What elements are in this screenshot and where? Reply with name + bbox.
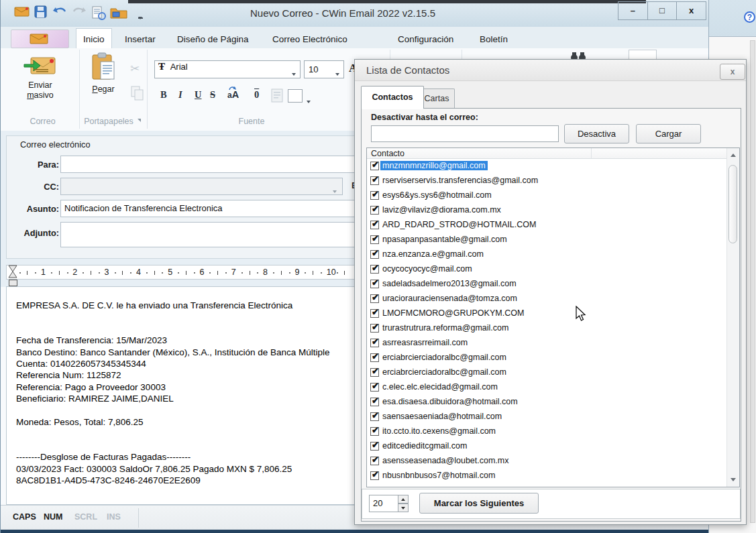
scrollbar-thumb[interactable] bbox=[728, 165, 737, 243]
format-doc-icon[interactable] bbox=[271, 88, 286, 103]
contact-email[interactable]: esys6&ys.sys6@hotmail.com bbox=[382, 190, 492, 200]
ribbon-tab-diseño-de-página[interactable]: Diseño de Página bbox=[177, 34, 249, 44]
change-case-icon[interactable]: aA bbox=[227, 89, 239, 100]
contact-checkbox[interactable]: ✔ bbox=[370, 324, 379, 333]
contact-checkbox[interactable]: ✔ bbox=[370, 162, 379, 170]
dialog-launcher-icon[interactable] bbox=[138, 119, 141, 122]
contact-checkbox[interactable]: ✔ bbox=[370, 412, 379, 421]
help-icon[interactable]: ? bbox=[744, 11, 755, 23]
list-header[interactable]: Contacto bbox=[367, 148, 739, 159]
contact-email[interactable]: erciabrcierciadoralbc@gmail.com bbox=[382, 353, 506, 362]
contact-row[interactable]: ✔erciabrcierciadoralbc@gmail.com bbox=[367, 366, 726, 381]
ribbon-tab-inicio[interactable]: Inicio bbox=[83, 34, 105, 44]
paste-button[interactable]: Pegar bbox=[84, 52, 123, 95]
cargar-button[interactable]: Cargar bbox=[636, 124, 701, 143]
contact-row[interactable]: ✔mnzmnmnzrillo@gmail.com bbox=[367, 160, 726, 174]
underline-icon[interactable]: U bbox=[195, 89, 201, 101]
ribbon-tab-insertar[interactable]: Insertar bbox=[125, 34, 156, 44]
contact-checkbox[interactable]: ✔ bbox=[370, 339, 379, 347]
border-dropdown-icon[interactable] bbox=[307, 94, 311, 106]
tab-cartas[interactable]: Cartas bbox=[419, 88, 455, 109]
contact-row[interactable]: ✔c.elec.elc.elecidad@gmail.com bbox=[367, 381, 726, 396]
ribbon-tab-boletín[interactable]: Boletín bbox=[480, 34, 508, 44]
contact-email[interactable]: editcedieditcgmail.com bbox=[382, 441, 467, 451]
bold-icon[interactable]: B bbox=[160, 89, 167, 101]
contact-email[interactable]: saensaesaeniada@hotmail.com bbox=[382, 412, 502, 421]
contact-row[interactable]: ✔LMOFMCMORO@GRUPOKYM.COM bbox=[367, 307, 726, 322]
contact-row[interactable]: ✔sadeladsadelmero2013@gmail.com bbox=[367, 278, 726, 292]
cut-icon[interactable]: ✂ bbox=[130, 62, 140, 76]
maximize-button[interactable]: □ bbox=[647, 2, 677, 19]
send-mass-button[interactable]: Enviarmasivo bbox=[10, 52, 70, 101]
contact-row[interactable]: ✔asrreasrasrreimail.com bbox=[367, 337, 726, 351]
font-name-combo[interactable]: Ŧ Arial bbox=[154, 60, 301, 78]
contact-email[interactable]: ocycocyocyc@mail.com bbox=[382, 264, 472, 274]
contact-checkbox[interactable]: ✔ bbox=[370, 221, 379, 229]
strikethrough-icon[interactable]: S bbox=[210, 89, 215, 101]
contact-email[interactable]: asensseasenada@loubet.com.mx bbox=[382, 456, 509, 465]
contact-checkbox[interactable]: ✔ bbox=[370, 427, 379, 436]
undo-icon[interactable] bbox=[52, 5, 68, 23]
contact-checkbox[interactable]: ✔ bbox=[370, 294, 379, 303]
contact-email[interactable]: ito.ccto.ito.cexens@gmail.com bbox=[382, 426, 496, 436]
contact-email[interactable]: trurastrutrura.reforma@gmail.com bbox=[382, 323, 508, 333]
contact-checkbox[interactable]: ✔ bbox=[370, 191, 379, 200]
border-color-box[interactable] bbox=[288, 89, 303, 103]
contact-checkbox[interactable]: ✔ bbox=[370, 383, 379, 392]
scroll-up-icon[interactable] bbox=[731, 154, 736, 157]
contact-checkbox[interactable]: ✔ bbox=[370, 309, 379, 318]
contact-row[interactable]: ✔asensseasenada@loubet.com.mx bbox=[367, 455, 726, 469]
copy-document-icon[interactable] bbox=[91, 5, 106, 23]
tab-contactos[interactable]: Contactos bbox=[361, 86, 424, 109]
ribbon-tab-configuración[interactable]: Configuración bbox=[398, 34, 453, 44]
contact-checkbox[interactable]: ✔ bbox=[370, 457, 379, 465]
contact-checkbox[interactable]: ✔ bbox=[370, 442, 379, 451]
contact-row[interactable]: ✔erciabrcierciadoralbc@gmail.com bbox=[367, 351, 726, 366]
contact-email[interactable]: npasapanpasantable@gmail.com bbox=[382, 235, 507, 244]
list-scrollbar[interactable] bbox=[726, 148, 739, 487]
mail-icon[interactable] bbox=[14, 5, 30, 23]
spinner-up-button[interactable] bbox=[398, 495, 409, 504]
contact-email[interactable]: laviz@vilaviz@diorama.com.mx bbox=[382, 205, 501, 215]
mark-following-button[interactable]: Marcar los Siguientes bbox=[419, 493, 539, 514]
contact-checkbox[interactable]: ✔ bbox=[370, 235, 379, 244]
desactiva-button[interactable]: Desactiva bbox=[564, 124, 629, 143]
contact-checkbox[interactable]: ✔ bbox=[370, 250, 379, 259]
redo-icon[interactable] bbox=[70, 5, 87, 23]
count-spinner-value[interactable]: 20 bbox=[369, 495, 398, 512]
contact-email[interactable]: rserviserservis.transferencias@gmail.com bbox=[382, 176, 538, 185]
overline-zero-icon[interactable]: 0 bbox=[254, 89, 259, 101]
contact-email[interactable]: erciabrcierciadoralbc@gmail.com bbox=[382, 367, 506, 377]
contact-checkbox[interactable]: ✔ bbox=[370, 280, 379, 288]
contact-row[interactable]: ✔esa.disaesa.dibuidora@hotmail.com bbox=[367, 396, 726, 410]
contact-email[interactable]: nza.enzanza.e@gmail.com bbox=[382, 249, 484, 259]
minimize-button[interactable]: – bbox=[618, 2, 647, 19]
spinner-down-button[interactable] bbox=[398, 504, 409, 512]
left-indent-marker[interactable] bbox=[9, 280, 17, 286]
contact-row[interactable]: ✔trurastrutrura.reforma@gmail.com bbox=[367, 322, 726, 337]
qat-dropdown-icon[interactable] bbox=[138, 10, 143, 19]
contact-email[interactable]: LMOFMCMORO@GRUPOKYM.COM bbox=[382, 308, 524, 318]
contact-checkbox[interactable]: ✔ bbox=[370, 265, 379, 274]
contact-row[interactable]: ✔ito.ccto.ito.cexens@gmail.com bbox=[367, 425, 726, 440]
cc-input[interactable] bbox=[60, 178, 343, 195]
contact-checkbox[interactable]: ✔ bbox=[370, 471, 379, 480]
contact-email[interactable]: mnzmnmnzrillo@gmail.com bbox=[380, 161, 488, 170]
contact-email[interactable]: c.elec.elc.elecidad@gmail.com bbox=[382, 382, 498, 392]
contact-checkbox[interactable]: ✔ bbox=[370, 206, 379, 215]
contact-row[interactable]: ✔ARD_RDARD_STROD@HOTMAIL.COM bbox=[367, 219, 726, 233]
contact-email[interactable]: ARD_RDARD_STROD@HOTMAIL.COM bbox=[382, 220, 536, 229]
contact-email[interactable]: nbusnbnbusos7@hotmail.com bbox=[382, 471, 495, 480]
contact-email[interactable]: esa.disaesa.dibuidora@hotmail.com bbox=[382, 397, 518, 406]
close-button[interactable]: x bbox=[676, 2, 706, 19]
font-size-combo[interactable]: 10 bbox=[304, 60, 344, 78]
contact-checkbox[interactable]: ✔ bbox=[370, 398, 379, 406]
folder-icon[interactable] bbox=[110, 5, 127, 23]
contact-row[interactable]: ✔nbusnbnbusos7@hotmail.com bbox=[367, 469, 726, 484]
dialog-close-button[interactable]: x bbox=[720, 64, 745, 80]
app-button[interactable] bbox=[11, 29, 69, 48]
contact-row[interactable]: ✔editcedieditcgmail.com bbox=[367, 440, 726, 455]
contact-email[interactable]: asrreasrasrreimail.com bbox=[382, 338, 468, 347]
contact-row[interactable]: ✔ocycocyocyc@mail.com bbox=[367, 263, 726, 278]
contact-checkbox[interactable]: ✔ bbox=[370, 353, 379, 362]
